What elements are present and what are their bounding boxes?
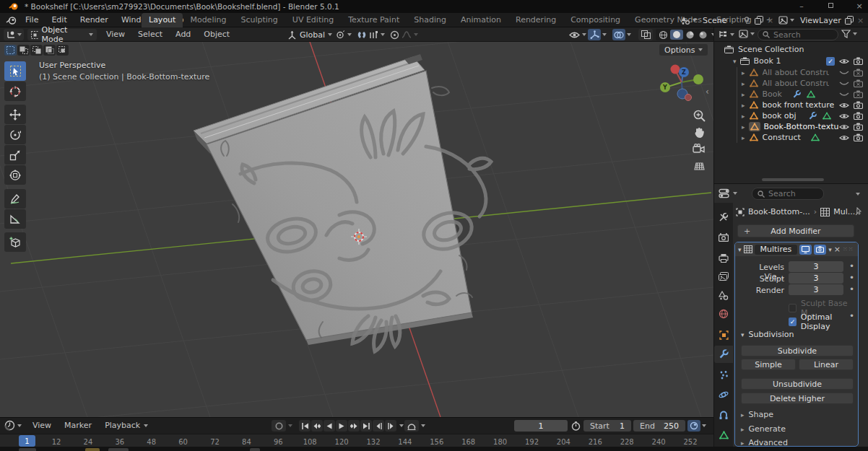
outliner-row-book-obj[interactable]: ▸ book obj [714, 110, 868, 121]
expand-chevron-icon[interactable]: ▸ [742, 123, 745, 131]
tab-modifiers[interactable] [714, 346, 733, 363]
select-mode-extend[interactable] [17, 45, 30, 56]
camera-icon[interactable] [854, 123, 863, 131]
scene-name[interactable]: Scene [703, 16, 737, 25]
subdivide-button[interactable]: Subdivide [741, 345, 854, 356]
render-field[interactable]: 3 [789, 284, 843, 295]
delete-scene-icon[interactable]: × [767, 16, 773, 25]
expand-chevron-icon[interactable]: ▸ [742, 102, 745, 109]
expand-chevron-icon[interactable]: ▸ [742, 80, 745, 87]
sculpt-field[interactable]: 3 [789, 273, 843, 284]
workspace-tab-uv-editing[interactable]: UV Editing [285, 13, 341, 27]
pin-icon[interactable] [743, 17, 750, 25]
tab-world[interactable] [714, 305, 733, 323]
auto-keying-toggle[interactable] [272, 420, 286, 432]
breadcrumb-object[interactable]: Book-Bottom-... [748, 207, 810, 216]
menu-object[interactable]: Object [197, 27, 236, 42]
outliner-id-filter[interactable] [739, 30, 755, 38]
next-keyframe-button[interactable] [348, 420, 360, 432]
start-frame-field[interactable]: Start 1 [583, 420, 631, 432]
keying-caret[interactable] [421, 424, 425, 427]
sidebar-collapse-arrow[interactable]: ‹ [706, 87, 709, 97]
shading-solid-button[interactable] [670, 30, 683, 40]
modifier-name-field[interactable]: Multires [755, 245, 798, 255]
viewlayer-selector[interactable]: ViewLayer × [778, 14, 864, 26]
new-scene-icon[interactable] [755, 16, 763, 25]
workspace-tab-sculpting[interactable]: Sculpting [233, 13, 285, 27]
transform-orientation[interactable]: Global [287, 29, 332, 40]
modifier-display-viewport-toggle[interactable] [799, 245, 812, 255]
outliner-row-scene-collection[interactable]: Scene Collection [714, 44, 868, 55]
stopwatch-icon[interactable] [571, 421, 581, 431]
subdivision-panel-header[interactable]: ▾ Subdivision [741, 330, 794, 339]
outliner-label[interactable]: book front texture [763, 100, 835, 110]
workspace-tab-animation[interactable]: Animation [453, 13, 508, 27]
tab-render[interactable] [714, 229, 733, 246]
properties-editor-type-button[interactable] [719, 188, 737, 198]
multires-modifier-panel[interactable]: ▾ Multires ▾ × ⁙⁙ Levels Vie... 3 • Scul… [734, 242, 859, 447]
levels-viewport-field[interactable]: 3 [789, 261, 843, 272]
modifier-drag-handle[interactable]: ⁙⁙ [843, 246, 854, 253]
toggle-ortho-icon[interactable] [693, 160, 706, 170]
timeline-editor-type-button[interactable] [4, 420, 22, 431]
linear-button[interactable]: Linear [799, 359, 854, 370]
tab-physics[interactable] [714, 386, 733, 403]
pin-id-icon[interactable] [854, 207, 862, 216]
mode-selector[interactable]: Object Mode [27, 29, 97, 40]
eye-icon[interactable] [839, 102, 849, 109]
timeline-menu-view[interactable]: View [26, 419, 58, 433]
viewport-options-button[interactable]: Options [659, 44, 708, 56]
viewport-3d[interactable]: User Perspective (1) Scene Collection | … [0, 42, 713, 417]
tool-scale[interactable] [4, 145, 26, 165]
frame-step-caret[interactable] [399, 424, 404, 427]
overlays-toggle[interactable] [612, 29, 631, 40]
tool-select-box[interactable] [4, 61, 26, 81]
outliner-row-book[interactable]: ▸ Book [714, 89, 868, 100]
tool-annotate[interactable] [4, 189, 26, 209]
viewlayer-name[interactable]: ViewLayer [800, 16, 842, 25]
outliner-label[interactable]: All about Construct bo [763, 79, 829, 88]
play-reverse-button[interactable] [324, 420, 335, 432]
eye-icon[interactable] [839, 123, 849, 131]
xray-toggle[interactable] [638, 29, 653, 40]
new-viewlayer-icon[interactable] [845, 16, 854, 25]
shading-rendered-button[interactable] [697, 30, 709, 40]
outliner-label[interactable]: book obj [763, 111, 797, 121]
blender-menu-icon[interactable] [6, 16, 17, 25]
zoom-view-icon[interactable] [693, 110, 706, 122]
select-mode-intersect[interactable] [56, 45, 69, 56]
tool-add-cube[interactable] [4, 232, 26, 252]
optimal-display-checkbox[interactable]: ✓ [789, 318, 797, 326]
eye-icon[interactable] [839, 134, 849, 141]
minimize-button[interactable]: – [793, 1, 810, 12]
outliner-search[interactable]: Search [758, 29, 838, 40]
camera-disabled-icon[interactable] [854, 79, 863, 87]
modifier-close-icon[interactable]: × [834, 245, 841, 254]
expand-chevron-icon[interactable]: ▾ [733, 58, 737, 65]
camera-icon[interactable] [854, 57, 863, 65]
tool-move[interactable] [4, 105, 26, 124]
eye-icon[interactable] [839, 113, 849, 120]
keying-set-button[interactable] [404, 420, 419, 432]
tab-tool[interactable] [714, 209, 733, 226]
workspace-tab-modeling[interactable]: Modeling [183, 13, 233, 27]
tab-object-data[interactable] [714, 426, 733, 444]
camera-icon[interactable] [854, 133, 863, 141]
animate-dot[interactable]: • [849, 312, 854, 320]
outliner-row-book-bottom-texture[interactable]: ▸ Book-Bottom-texture [714, 121, 868, 132]
outliner-row-construct[interactable]: ▸ Construct [714, 132, 868, 143]
editor-type-button[interactable] [4, 29, 24, 40]
breadcrumb-modifier[interactable]: Mul... [833, 207, 855, 216]
timeline-ruler[interactable]: 1 12243648607284961081201321441561681801… [0, 434, 713, 447]
workspace-tab-layout[interactable]: Layout [142, 13, 183, 27]
playhead[interactable]: 1 [19, 435, 35, 447]
play-button[interactable] [336, 420, 347, 432]
menu-view[interactable]: View [100, 27, 131, 42]
shading-wireframe-button[interactable] [657, 30, 669, 40]
properties-options-caret[interactable] [856, 193, 860, 196]
animate-dot[interactable]: • [849, 274, 854, 281]
outliner-row-book-front-texture[interactable]: ▸ book front texture [714, 100, 868, 110]
camera-view-icon[interactable] [693, 144, 706, 154]
modifier-extras-caret[interactable]: ▾ [828, 246, 832, 253]
frame-forward-button[interactable] [385, 420, 396, 432]
